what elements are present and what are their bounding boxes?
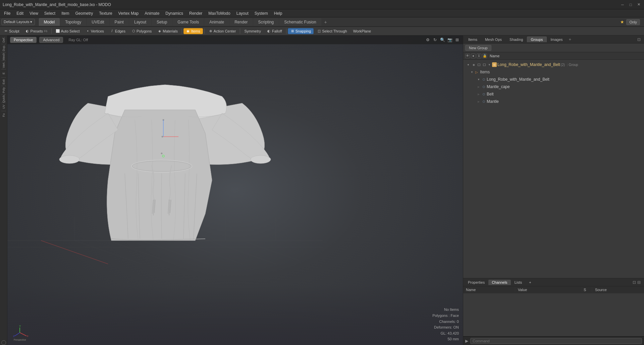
panel-tab-shading[interactable]: Shading <box>506 37 527 42</box>
sidebar-tool-poly[interactable]: Poly <box>1 87 7 93</box>
tab-scripting[interactable]: Scripting <box>253 18 279 26</box>
add-layout-tab-button[interactable]: + <box>322 18 330 26</box>
menu-view[interactable]: View <box>27 10 41 16</box>
sidebar-tool-uv[interactable]: UV <box>1 104 7 110</box>
bottom-contract-icon[interactable]: ⊟ <box>637 280 641 285</box>
menu-layout[interactable]: Layout <box>234 10 251 16</box>
edges-button[interactable]: / Edges <box>107 28 128 34</box>
root-expand-arrow[interactable]: ▼ <box>487 63 491 67</box>
tab-topology[interactable]: Topology <box>60 18 86 26</box>
bottom-tab-lists[interactable]: Lists <box>511 280 526 285</box>
viewport-camera-icon[interactable]: 📷 <box>447 37 453 43</box>
tab-animate[interactable]: Animate <box>204 18 229 26</box>
tab-game-tools[interactable]: Game Tools <box>172 18 204 26</box>
panel-tab-mesh-ops[interactable]: Mesh Ops <box>481 37 505 42</box>
viewport-tab-perspective[interactable]: Perspective <box>10 37 37 43</box>
mantle-cape-expand[interactable]: ▶ <box>477 85 481 89</box>
viewport-zoom-icon[interactable]: 🔍 <box>439 37 445 43</box>
scene-info-icon[interactable]: ℹ <box>477 54 481 58</box>
root-eye-icon[interactable]: ● <box>466 62 471 67</box>
menu-system[interactable]: System <box>252 10 271 16</box>
tree-item-belt[interactable]: ▶ ⬡ Belt <box>463 90 644 98</box>
sculpt-button[interactable]: ✏ Sculpt <box>1 28 22 34</box>
command-input[interactable] <box>470 338 642 344</box>
vertices-button[interactable]: • Vertices <box>83 28 107 34</box>
sidebar-tool-e[interactable]: E <box>1 70 7 76</box>
mantle-cape-vis-icon[interactable]: ⬡ <box>481 84 486 89</box>
scene-eye-icon[interactable]: 👁 <box>465 54 470 58</box>
menu-dynamics[interactable]: Dynamics <box>163 10 186 16</box>
scene-lock-icon[interactable]: 🔒 <box>482 54 487 58</box>
tree-item-items-folder[interactable]: ▼ ▷ Items <box>463 68 644 76</box>
sidebar-tool-mesh[interactable]: Mesh <box>1 54 7 60</box>
tab-model[interactable]: Model <box>39 18 60 26</box>
menu-geometry[interactable]: Geometry <box>73 10 96 16</box>
symmetry-button[interactable]: Symmetry <box>241 28 264 34</box>
materials-button[interactable]: ◈ Materials <box>155 28 180 34</box>
bottom-tab-properties[interactable]: Properties <box>465 280 488 285</box>
menu-vertex-map[interactable]: Vertex Map <box>116 10 142 16</box>
tree-item-mantle[interactable]: ▶ ⬡ Mantle <box>463 98 644 105</box>
viewport-expand-icon[interactable]: ⊞ <box>454 37 460 43</box>
select-through-button[interactable]: ◫ Select Through <box>314 28 350 34</box>
items-button[interactable]: ◉ Items <box>183 28 203 34</box>
menu-select[interactable]: Select <box>42 10 58 16</box>
tab-paint[interactable]: Paint <box>110 18 129 26</box>
close-button[interactable]: ✕ <box>636 2 641 7</box>
panel-tab-groups[interactable]: Groups <box>527 37 546 42</box>
only-button[interactable]: Only <box>626 19 640 25</box>
new-group-button[interactable]: New Group <box>465 45 491 51</box>
robe-expand-arrow[interactable]: ▼ <box>477 77 481 81</box>
menu-texture[interactable]: Texture <box>96 10 115 16</box>
menu-file[interactable]: File <box>1 10 13 16</box>
tab-schematic-fusion[interactable]: Schematic Fusion <box>279 18 321 26</box>
sidebar-tool-def[interactable]: Def. <box>1 37 7 43</box>
panel-tab-items[interactable]: Items <box>465 37 481 42</box>
mantle-expand[interactable]: ▶ <box>477 99 481 104</box>
scene-render-icon[interactable]: ● <box>471 54 476 58</box>
robe-vis-icon[interactable]: ⬡ <box>481 77 486 82</box>
tab-uvedit[interactable]: UVEdit <box>87 18 109 26</box>
menu-help[interactable]: Help <box>271 10 285 16</box>
viewport-settings-icon[interactable]: ⚙ <box>425 37 431 43</box>
action-center-button[interactable]: ⊕ Action Center <box>206 28 239 34</box>
items-expand-arrow[interactable]: ▼ <box>470 70 474 74</box>
minimize-button[interactable]: ─ <box>620 2 625 7</box>
maximize-button[interactable]: □ <box>628 2 633 7</box>
menu-item[interactable]: Item <box>59 10 72 16</box>
belt-expand[interactable]: ▶ <box>477 92 481 96</box>
bottom-tab-channels[interactable]: Channels <box>488 280 511 285</box>
presets-button[interactable]: ◐ Presets F6 <box>23 28 50 34</box>
sidebar-circle-button[interactable] <box>1 340 6 345</box>
snapping-button[interactable]: ⊞ Snapping <box>288 28 314 34</box>
sidebar-tool-exit[interactable]: Exit <box>1 79 7 85</box>
default-layouts-dropdown[interactable]: Default Layouts ▾ <box>1 19 35 25</box>
tree-item-root-group[interactable]: ● ◉ □ □ ▼ G Long_Robe_with_Mantle_and_Be… <box>463 61 644 68</box>
command-arrow-icon[interactable]: ▶ <box>465 339 468 343</box>
tree-item-robe-mesh[interactable]: ▼ ⬡ Long_Robe_with_Mantle_and_Belt <box>463 76 644 83</box>
belt-vis-icon[interactable]: ⬡ <box>481 92 486 96</box>
polygons-button[interactable]: ⬡ Polygons <box>129 28 154 34</box>
menu-edit[interactable]: Edit <box>14 10 26 16</box>
tree-item-mantle-cape[interactable]: ▶ ⬡ Mantle_cape <box>463 83 644 90</box>
tab-setup[interactable]: Setup <box>152 18 172 26</box>
auto-select-button[interactable]: ⬜ Auto Select <box>53 28 82 34</box>
tab-render[interactable]: Render <box>229 18 253 26</box>
workplane-button[interactable]: WorkPlane <box>351 28 374 34</box>
menu-render[interactable]: Render <box>186 10 205 16</box>
viewport-refresh-icon[interactable]: ↻ <box>432 37 438 43</box>
panel-expand-button[interactable]: ⊡ <box>635 37 643 43</box>
root-vis-icon2[interactable]: ◉ <box>471 62 476 67</box>
sidebar-tool-fu[interactable]: Fu <box>1 112 7 118</box>
sidebar-tool-quick[interactable]: Quick. <box>1 95 7 101</box>
panel-tab-images[interactable]: Images <box>547 37 567 42</box>
menu-animate[interactable]: Animate <box>142 10 162 16</box>
viewport[interactable]: Perspective Advanced Ray GL: Off ⚙ ↻ 🔍 📷… <box>7 36 463 345</box>
bottom-tab-plus[interactable]: + <box>526 280 534 285</box>
falloff-button[interactable]: ◐ Falloff <box>264 28 285 34</box>
mantle-vis-icon[interactable]: ⬡ <box>481 99 486 104</box>
add-panel-tab-button[interactable]: + <box>567 36 574 43</box>
bottom-expand-icon[interactable]: ⊡ <box>633 280 636 285</box>
sidebar-tool-dup[interactable]: Dup. <box>1 45 7 51</box>
sidebar-tool-vert[interactable]: Vert. <box>1 62 7 68</box>
